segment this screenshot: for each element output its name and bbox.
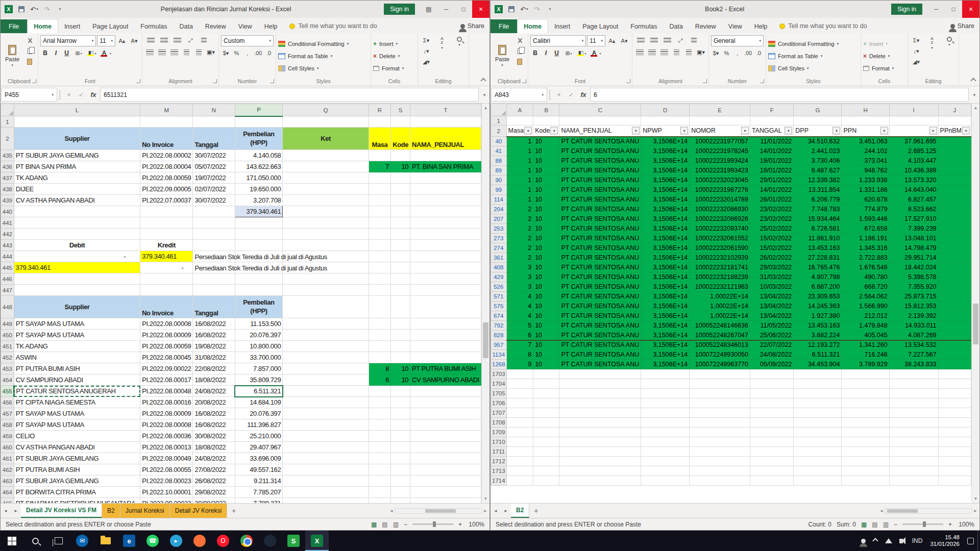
volume-icon[interactable] [896, 531, 909, 551]
cell[interactable]: 24/08/2022 [750, 350, 794, 360]
cell[interactable] [559, 447, 641, 457]
row-header[interactable]: 1134 [491, 350, 507, 360]
cell[interactable]: 212.012 [842, 311, 889, 321]
cell[interactable]: CELIO [14, 431, 140, 442]
cell[interactable] [938, 185, 971, 195]
cell[interactable]: 10 [533, 302, 559, 311]
cell[interactable]: 13/04/2022 [750, 302, 794, 311]
increase-decimal-button[interactable]: .00 [743, 48, 753, 58]
cell[interactable]: 2 [506, 234, 533, 243]
cell[interactable] [283, 273, 369, 285]
cell[interactable]: 27.228.831 [794, 253, 842, 263]
cell[interactable] [842, 116, 889, 126]
cell[interactable]: 100022231987276 [690, 185, 750, 195]
format-cells-button[interactable]: Format▾ [863, 63, 894, 73]
cell[interactable]: 26/08/2022 [193, 475, 235, 487]
cell[interactable] [533, 379, 559, 389]
cell[interactable]: PI.2022.08.00049 [140, 453, 193, 464]
cell[interactable]: 3,1506E+14 [641, 292, 690, 302]
cell[interactable]: 10 [533, 331, 559, 340]
borders-button[interactable]: ⊞▾ [562, 48, 575, 58]
cell[interactable]: 13.453.163 [794, 321, 842, 331]
cell[interactable] [283, 363, 369, 374]
cell[interactable] [938, 146, 971, 156]
cell[interactable]: 1.233.938 [842, 176, 889, 185]
cell[interactable]: PT CATUR SENTOSA ANU [559, 263, 641, 272]
cell[interactable]: NAMA_PENJUAL [410, 128, 481, 150]
cell[interactable]: CV SAMPURNO ABADI [410, 374, 481, 386]
cell[interactable] [391, 116, 410, 128]
cell[interactable]: 20.076.397 [235, 408, 283, 419]
cell[interactable] [641, 418, 690, 428]
cell[interactable]: 100022231978245 [690, 146, 750, 156]
row-header[interactable]: 445 [1, 262, 14, 273]
row-header[interactable]: 460 [1, 442, 14, 453]
cell[interactable]: 100022232014789 [690, 195, 750, 205]
sheet-nav-right-button[interactable]: ► [11, 504, 21, 518]
cell[interactable]: PI.2022.10.00001 [140, 487, 193, 498]
cell[interactable] [369, 498, 390, 504]
increase-indent-button[interactable] [196, 49, 202, 55]
cell[interactable] [369, 487, 390, 498]
cell[interactable] [14, 206, 140, 217]
row-header[interactable]: 1712 [491, 457, 507, 466]
cell[interactable]: PT CATUR SENTOSA ANU [559, 185, 641, 195]
cell[interactable]: 9.211.314 [235, 475, 283, 487]
cell[interactable] [235, 116, 283, 128]
insert-cells-button[interactable]: +Insert▾ [373, 38, 404, 49]
cell[interactable] [391, 475, 410, 487]
cell[interactable]: 4.140.058 [235, 150, 283, 161]
cell[interactable] [690, 379, 750, 389]
cell[interactable] [506, 447, 533, 457]
cell[interactable]: 4.103.447 [889, 156, 938, 166]
normal-view-button[interactable]: ▦ [861, 521, 867, 528]
cell[interactable]: 1.186.191 [842, 234, 889, 243]
cell[interactable] [506, 379, 533, 389]
cell[interactable] [641, 398, 690, 408]
cell[interactable]: 100022232093740 [690, 224, 750, 234]
ribbon-tab-help[interactable]: Help [748, 19, 774, 33]
cell[interactable] [369, 431, 390, 442]
cell[interactable]: Debit [14, 240, 140, 251]
cell[interactable]: 100022232121963 [690, 282, 750, 292]
cell[interactable]: 33.700.000 [235, 352, 283, 363]
horizontal-scroll-thumb[interactable] [887, 509, 918, 513]
font-name-combo[interactable]: Calibri▾ [530, 35, 586, 46]
cell[interactable]: PI.2022.08.00023 [140, 475, 193, 487]
cell[interactable] [690, 476, 750, 486]
cell[interactable] [794, 398, 842, 408]
row-header[interactable]: 438 [1, 184, 14, 195]
fill-color-button[interactable]: ◧▾ [86, 48, 98, 58]
cell[interactable] [410, 184, 481, 195]
cell[interactable]: 6 [369, 374, 390, 386]
cell[interactable] [842, 369, 889, 379]
cell[interactable]: 10/03/2022 [750, 282, 794, 292]
cell[interactable] [750, 369, 794, 379]
cell[interactable]: PT SUBUR JAYA GEMILANG [14, 475, 140, 487]
cell[interactable] [235, 285, 283, 296]
cell[interactable] [193, 240, 235, 251]
cell[interactable] [641, 369, 690, 379]
find-select-button[interactable]: ▾ [942, 35, 957, 47]
copy-button[interactable] [513, 46, 526, 56]
ribbon-tab-view[interactable]: View [722, 19, 748, 33]
cell[interactable]: 16/08/2022 [193, 318, 235, 330]
cell[interactable] [369, 240, 390, 251]
maximize-button[interactable]: □ [945, 1, 962, 18]
column-header[interactable]: B [533, 104, 559, 116]
cell[interactable] [794, 389, 842, 398]
cell[interactable] [391, 150, 410, 161]
row-header[interactable]: 453 [1, 363, 14, 374]
cell[interactable]: - [140, 262, 193, 273]
cell[interactable] [410, 487, 481, 498]
cell[interactable]: 3,1506E+14 [641, 137, 690, 146]
row-header[interactable]: 273 [491, 234, 507, 243]
cell[interactable] [750, 398, 794, 408]
cell[interactable]: ▾ [889, 126, 938, 137]
align-middle-button[interactable] [650, 38, 658, 43]
cell[interactable] [889, 476, 938, 486]
decrease-decimal-button[interactable]: .0 [754, 48, 764, 58]
cell[interactable]: PT PUTRA BUMI ASIH [14, 464, 140, 475]
cell[interactable] [283, 386, 369, 397]
cell[interactable]: 100022232086930 [690, 205, 750, 214]
